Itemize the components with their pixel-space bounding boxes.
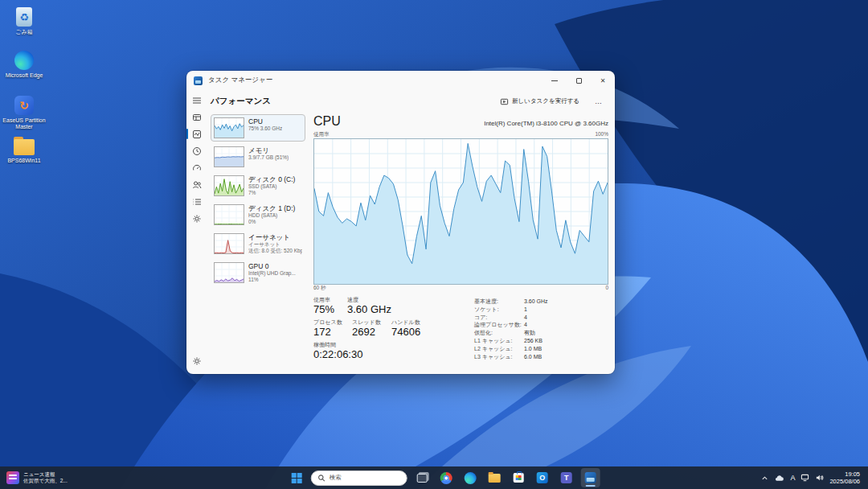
perf-item-memory[interactable]: メモリ 3.9/7.7 GB (51%) <box>211 143 305 171</box>
outlook-icon: O <box>537 472 548 483</box>
taskbar-search[interactable]: 検索 <box>311 471 407 486</box>
windows-logo-icon <box>291 473 301 483</box>
close-button[interactable]: ✕ <box>591 71 615 90</box>
perf-item-sub: SSD (SATA) <box>248 183 295 190</box>
volume-tray[interactable] <box>815 474 824 482</box>
perf-item-sub2: 7% <box>248 190 295 196</box>
taskbar-file-explorer[interactable] <box>485 468 504 487</box>
perf-item-disk1[interactable]: ディスク 1 (D:) HDD (SATA) 0% <box>211 201 305 228</box>
perf-item-ethernet[interactable]: イーサネット イーサネット 送信: 8.0 受信: 520 Kbps <box>211 230 305 257</box>
tray-clock[interactable]: 19:05 2025/08/06 <box>829 471 860 485</box>
widgets-button[interactable]: ニュース速報 佐賀県で大雨、2... <box>0 466 74 489</box>
perf-item-sub: HDD (SATA) <box>248 212 295 219</box>
stat-label: 稼働時間 <box>313 342 362 348</box>
sidebar-item-services[interactable] <box>188 210 206 227</box>
perf-item-sub: 3.9/7.7 GB (51%) <box>248 154 289 161</box>
cloud-icon <box>774 475 784 482</box>
start-button[interactable] <box>287 468 306 487</box>
close-icon: ✕ <box>600 77 606 84</box>
sidebar-item-details[interactable] <box>188 193 206 210</box>
desktop-icon-recycle-bin[interactable]: ♻ ごみ箱 <box>2 6 46 35</box>
chrome-icon <box>440 472 452 484</box>
perf-item-label: CPU <box>248 117 282 125</box>
graph-xzero: 0 <box>605 285 608 292</box>
desktop: ♻ ごみ箱 Microsoft Edge ↻ EaseUS Partition … <box>0 0 868 489</box>
cpu-usage-chart[interactable] <box>313 138 608 285</box>
desktop-icon-folder[interactable]: BPS68Win11 <box>2 135 46 164</box>
graph-ymax: 100% <box>595 131 608 138</box>
microsoft-store-icon <box>513 473 523 483</box>
disk0-sparkline <box>214 175 244 196</box>
sidebar-item-app-history[interactable] <box>188 142 206 159</box>
stat-label: 使用率 <box>313 297 347 303</box>
search-icon <box>318 475 326 482</box>
sidebar-item-processes[interactable] <box>188 109 206 125</box>
file-explorer-icon <box>488 474 500 483</box>
desktop-icon-label: BPS68Win11 <box>2 158 46 164</box>
desktop-icon-label: Microsoft Edge <box>2 72 46 79</box>
desktop-icon-edge[interactable]: Microsoft Edge <box>2 50 46 79</box>
task-manager-app-icon <box>194 76 203 85</box>
sidebar-item-performance[interactable] <box>188 125 206 142</box>
tray-date: 2025/08/06 <box>829 478 860 485</box>
sidebar-item-startup-apps[interactable] <box>188 159 206 176</box>
window-title: タスク マネージャー <box>208 76 272 85</box>
perf-item-disk0[interactable]: ディスク 0 (C:) SSD (SATA) 7% <box>211 172 305 199</box>
stat-value: 4 <box>524 314 527 322</box>
task-manager-window: タスク マネージャー ✕ <box>186 71 615 374</box>
sidebar-item-users[interactable] <box>188 176 206 193</box>
taskbar-teams[interactable]: T <box>557 468 576 487</box>
performance-icon <box>192 129 202 139</box>
tray-time: 19:05 <box>829 471 860 478</box>
stat-label: L3 キャッシュ: <box>474 353 524 361</box>
desktop-icon-easeus[interactable]: ↻ EaseUS Partition Master <box>2 95 46 130</box>
maximize-icon <box>576 78 582 84</box>
stat-label: スレッド数 <box>352 319 391 326</box>
cpu-model: Intel(R) Core(TM) i3-8100 CPU @ 3.60GHz <box>484 120 608 127</box>
task-view-icon <box>416 474 427 483</box>
hamburger-icon <box>192 96 202 105</box>
taskbar-outlook[interactable]: O <box>533 468 552 487</box>
nav-menu-button[interactable] <box>188 92 206 109</box>
stat-label: ハンドル数 <box>391 319 420 326</box>
perf-item-gpu[interactable]: GPU 0 Intel(R) UHD Grap... 11% <box>211 259 305 286</box>
users-icon <box>192 180 202 190</box>
performance-list: CPU 75% 3.60 GHz メモリ 3.9/7.7 GB (51%) <box>207 113 307 374</box>
minimize-button[interactable] <box>542 71 567 90</box>
taskbar: ニュース速報 佐賀県で大雨、2... 検索 O T <box>0 466 868 489</box>
ime-indicator[interactable]: A <box>790 474 795 482</box>
titlebar[interactable]: タスク マネージャー ✕ <box>186 71 615 90</box>
task-view-button[interactable] <box>412 468 432 487</box>
tray-overflow-chevron[interactable] <box>761 475 768 482</box>
settings-button[interactable] <box>188 352 206 369</box>
cpu-heading: CPU <box>313 114 341 129</box>
network-tray[interactable] <box>800 474 809 482</box>
stat-value: 256 KB <box>524 337 542 345</box>
perf-item-label: ディスク 0 (C:) <box>248 175 295 183</box>
perf-item-sub: イーサネット <box>248 241 302 248</box>
maximize-button[interactable] <box>567 71 591 90</box>
cpu-detail-panel: CPU Intel(R) Core(TM) i3-8100 CPU @ 3.60… <box>307 113 615 374</box>
disk1-sparkline <box>214 204 244 225</box>
gpu-sparkline <box>214 262 244 283</box>
stat-label: プロセス数 <box>313 319 352 326</box>
stat-value-processes: 172 <box>313 326 352 338</box>
taskbar-microsoft-store[interactable] <box>509 468 528 487</box>
widget-headline-text: 佐賀県で大雨、2... <box>23 478 68 484</box>
stat-value: 4 <box>524 321 527 329</box>
stat-label: 仮想化: <box>474 329 524 337</box>
startup-speedometer-icon <box>192 163 202 173</box>
more-options-button[interactable]: … <box>591 96 607 107</box>
stat-label: L2 キャッシュ: <box>474 345 524 353</box>
stat-value: 6.0 MB <box>524 353 542 361</box>
perf-item-cpu[interactable]: CPU 75% 3.60 GHz <box>211 114 305 142</box>
onedrive-tray[interactable] <box>774 475 784 482</box>
run-new-task-button[interactable]: 新しいタスクを実行する <box>493 94 586 109</box>
perf-item-sub2: 0% <box>248 219 295 225</box>
taskbar-edge[interactable] <box>461 468 480 487</box>
taskbar-chrome[interactable] <box>436 468 456 487</box>
history-clock-icon <box>192 146 202 156</box>
taskbar-task-manager-active[interactable] <box>581 468 600 487</box>
cpu-stats-left: 使用率 75% 速度 3.60 GHz プロセス数 172 スレッド数 <box>313 297 474 364</box>
perf-item-label: ディスク 1 (D:) <box>248 204 295 212</box>
